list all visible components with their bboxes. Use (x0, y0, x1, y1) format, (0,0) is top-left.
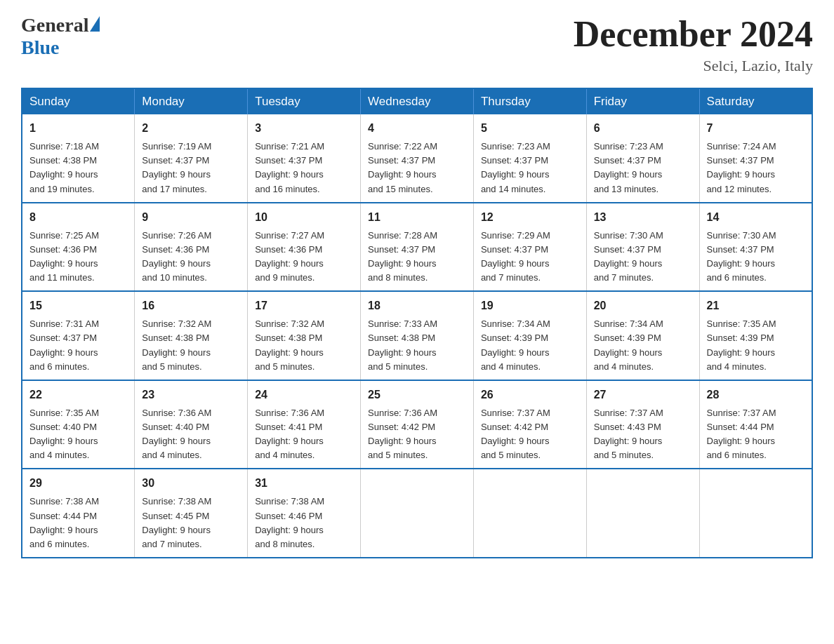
day-info: Sunrise: 7:19 AMSunset: 4:37 PMDaylight:… (142, 141, 211, 194)
day-number: 31 (255, 475, 353, 492)
header-friday: Friday (586, 88, 699, 114)
day-info: Sunrise: 7:25 AMSunset: 4:36 PMDaylight:… (29, 230, 99, 283)
month-title: December 2024 (574, 14, 813, 54)
logo-triangle-icon (90, 16, 100, 32)
calendar-table: Sunday Monday Tuesday Wednesday Thursday… (21, 88, 813, 558)
table-row: 19 Sunrise: 7:34 AMSunset: 4:39 PMDaylig… (473, 291, 586, 380)
day-info: Sunrise: 7:29 AMSunset: 4:37 PMDaylight:… (481, 230, 550, 283)
table-row (699, 469, 812, 558)
day-info: Sunrise: 7:37 AMSunset: 4:44 PMDaylight:… (707, 408, 776, 460)
header-thursday: Thursday (473, 88, 586, 114)
day-number: 16 (142, 297, 240, 314)
day-info: Sunrise: 7:30 AMSunset: 4:37 PMDaylight:… (594, 230, 663, 283)
day-info: Sunrise: 7:27 AMSunset: 4:36 PMDaylight:… (255, 230, 324, 283)
day-info: Sunrise: 7:23 AMSunset: 4:37 PMDaylight:… (481, 141, 550, 194)
day-number: 20 (594, 297, 692, 314)
title-section: December 2024 Selci, Lazio, Italy (574, 14, 813, 75)
day-number: 4 (368, 120, 466, 137)
day-info: Sunrise: 7:18 AMSunset: 4:38 PMDaylight:… (29, 141, 99, 194)
table-row: 28 Sunrise: 7:37 AMSunset: 4:44 PMDaylig… (699, 380, 812, 469)
table-row: 20 Sunrise: 7:34 AMSunset: 4:39 PMDaylig… (586, 291, 699, 380)
table-row: 31 Sunrise: 7:38 AMSunset: 4:46 PMDaylig… (248, 469, 361, 558)
table-row: 1 Sunrise: 7:18 AMSunset: 4:38 PMDayligh… (22, 114, 135, 203)
day-number: 23 (142, 387, 240, 403)
logo: General Blue (21, 14, 100, 59)
table-row: 4 Sunrise: 7:22 AMSunset: 4:37 PMDayligh… (361, 114, 474, 203)
day-number: 22 (29, 387, 127, 403)
day-info: Sunrise: 7:37 AMSunset: 4:43 PMDaylight:… (594, 408, 663, 460)
table-row: 18 Sunrise: 7:33 AMSunset: 4:38 PMDaylig… (361, 291, 474, 380)
header-monday: Monday (135, 88, 248, 114)
table-row: 15 Sunrise: 7:31 AMSunset: 4:37 PMDaylig… (22, 291, 135, 380)
day-number: 2 (142, 120, 240, 137)
table-row: 13 Sunrise: 7:30 AMSunset: 4:37 PMDaylig… (586, 203, 699, 292)
day-info: Sunrise: 7:36 AMSunset: 4:42 PMDaylight:… (368, 408, 437, 460)
day-number: 13 (594, 209, 692, 226)
day-number: 25 (368, 387, 466, 403)
day-info: Sunrise: 7:22 AMSunset: 4:37 PMDaylight:… (368, 141, 437, 194)
day-number: 15 (29, 297, 127, 314)
table-row: 10 Sunrise: 7:27 AMSunset: 4:36 PMDaylig… (248, 203, 361, 292)
page-header: General Blue December 2024 Selci, Lazio,… (21, 14, 813, 75)
table-row: 23 Sunrise: 7:36 AMSunset: 4:40 PMDaylig… (135, 380, 248, 469)
location-subtitle: Selci, Lazio, Italy (574, 57, 813, 75)
table-row (586, 469, 699, 558)
table-row: 21 Sunrise: 7:35 AMSunset: 4:39 PMDaylig… (699, 291, 812, 380)
day-number: 28 (707, 387, 805, 403)
day-info: Sunrise: 7:35 AMSunset: 4:39 PMDaylight:… (707, 318, 776, 371)
day-number: 29 (29, 475, 127, 492)
day-info: Sunrise: 7:26 AMSunset: 4:36 PMDaylight:… (142, 230, 211, 283)
day-number: 26 (481, 387, 579, 403)
day-info: Sunrise: 7:24 AMSunset: 4:37 PMDaylight:… (707, 141, 776, 194)
day-info: Sunrise: 7:30 AMSunset: 4:37 PMDaylight:… (707, 230, 776, 283)
day-number: 6 (594, 120, 692, 137)
day-number: 19 (481, 297, 579, 314)
day-number: 21 (707, 297, 805, 314)
table-row: 27 Sunrise: 7:37 AMSunset: 4:43 PMDaylig… (586, 380, 699, 469)
table-row: 26 Sunrise: 7:37 AMSunset: 4:42 PMDaylig… (473, 380, 586, 469)
calendar-week-1: 1 Sunrise: 7:18 AMSunset: 4:38 PMDayligh… (22, 114, 812, 203)
table-row: 11 Sunrise: 7:28 AMSunset: 4:37 PMDaylig… (361, 203, 474, 292)
day-number: 7 (707, 120, 805, 137)
day-number: 11 (368, 209, 466, 226)
calendar-header-row: Sunday Monday Tuesday Wednesday Thursday… (22, 88, 812, 114)
day-number: 14 (707, 209, 805, 226)
day-number: 9 (142, 209, 240, 226)
day-info: Sunrise: 7:34 AMSunset: 4:39 PMDaylight:… (481, 318, 550, 371)
table-row: 2 Sunrise: 7:19 AMSunset: 4:37 PMDayligh… (135, 114, 248, 203)
logo-general-text: General (21, 14, 88, 36)
day-info: Sunrise: 7:36 AMSunset: 4:40 PMDaylight:… (142, 408, 211, 460)
header-wednesday: Wednesday (361, 88, 474, 114)
day-number: 8 (29, 209, 127, 226)
header-sunday: Sunday (22, 88, 135, 114)
table-row: 3 Sunrise: 7:21 AMSunset: 4:37 PMDayligh… (248, 114, 361, 203)
day-info: Sunrise: 7:32 AMSunset: 4:38 PMDaylight:… (142, 318, 211, 371)
logo-blue-text: Blue (21, 36, 59, 59)
day-number: 24 (255, 387, 353, 403)
table-row: 25 Sunrise: 7:36 AMSunset: 4:42 PMDaylig… (361, 380, 474, 469)
day-number: 10 (255, 209, 353, 226)
calendar-week-2: 8 Sunrise: 7:25 AMSunset: 4:36 PMDayligh… (22, 203, 812, 292)
day-info: Sunrise: 7:33 AMSunset: 4:38 PMDaylight:… (368, 318, 437, 371)
header-saturday: Saturday (699, 88, 812, 114)
day-info: Sunrise: 7:38 AMSunset: 4:46 PMDaylight:… (255, 496, 324, 549)
table-row: 5 Sunrise: 7:23 AMSunset: 4:37 PMDayligh… (473, 114, 586, 203)
day-info: Sunrise: 7:36 AMSunset: 4:41 PMDaylight:… (255, 408, 324, 460)
day-info: Sunrise: 7:38 AMSunset: 4:45 PMDaylight:… (142, 496, 211, 549)
table-row: 17 Sunrise: 7:32 AMSunset: 4:38 PMDaylig… (248, 291, 361, 380)
table-row: 16 Sunrise: 7:32 AMSunset: 4:38 PMDaylig… (135, 291, 248, 380)
day-info: Sunrise: 7:23 AMSunset: 4:37 PMDaylight:… (594, 141, 663, 194)
day-number: 3 (255, 120, 353, 137)
day-number: 1 (29, 120, 127, 137)
day-number: 18 (368, 297, 466, 314)
day-info: Sunrise: 7:31 AMSunset: 4:37 PMDaylight:… (29, 318, 99, 371)
day-info: Sunrise: 7:21 AMSunset: 4:37 PMDaylight:… (255, 141, 324, 194)
day-number: 27 (594, 387, 692, 403)
day-info: Sunrise: 7:35 AMSunset: 4:40 PMDaylight:… (29, 408, 99, 460)
calendar-week-3: 15 Sunrise: 7:31 AMSunset: 4:37 PMDaylig… (22, 291, 812, 380)
table-row: 30 Sunrise: 7:38 AMSunset: 4:45 PMDaylig… (135, 469, 248, 558)
calendar-week-4: 22 Sunrise: 7:35 AMSunset: 4:40 PMDaylig… (22, 380, 812, 469)
day-number: 17 (255, 297, 353, 314)
table-row: 22 Sunrise: 7:35 AMSunset: 4:40 PMDaylig… (22, 380, 135, 469)
table-row: 9 Sunrise: 7:26 AMSunset: 4:36 PMDayligh… (135, 203, 248, 292)
